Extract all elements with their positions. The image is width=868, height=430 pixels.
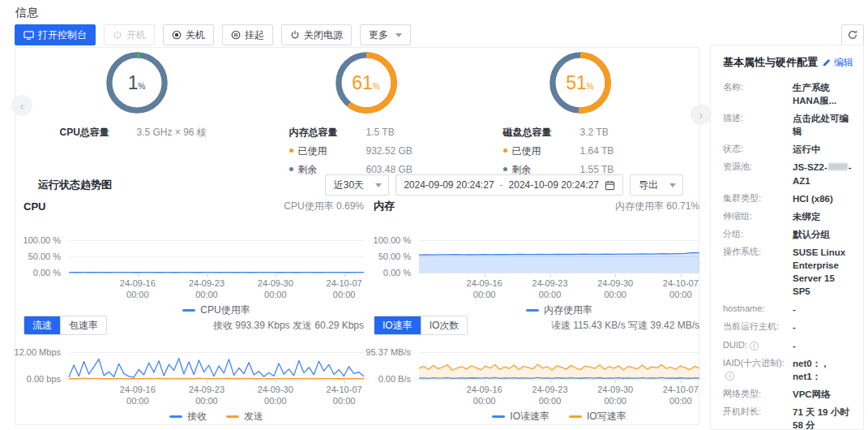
field-label: 伸缩组: bbox=[723, 210, 793, 223]
refresh-button[interactable] bbox=[841, 24, 864, 45]
io-chart-canvas bbox=[419, 352, 699, 379]
field-value: - bbox=[793, 320, 853, 333]
memory-chart-title: 内存 bbox=[374, 199, 395, 213]
cpu-chart-title: CPU bbox=[24, 200, 45, 213]
field-label: 网络类型: bbox=[723, 388, 793, 401]
disk-gauge-title-row: 磁盘总容量3.2 TB bbox=[503, 126, 657, 140]
x-axis-time: 00:00 bbox=[467, 395, 502, 406]
carousel-prev-button[interactable]: ‹ bbox=[11, 95, 32, 116]
disk-donut: 51% bbox=[549, 51, 612, 114]
y-axis-label: 0.00 % bbox=[383, 268, 411, 277]
field-label: hostname: bbox=[723, 303, 793, 316]
button-label: 挂起 bbox=[245, 28, 264, 42]
y-axis-label: 0.00 % bbox=[33, 268, 61, 277]
x-axis-label: 24-09-2300:00 bbox=[189, 384, 224, 407]
more-button[interactable]: 更多 bbox=[360, 24, 411, 45]
panel-field-row: DUID:i- bbox=[723, 339, 853, 352]
legend-dot-icon bbox=[503, 148, 507, 153]
date-end: 2024-10-09 20:24:27 bbox=[509, 179, 599, 191]
legend-item[interactable]: IO写速率 bbox=[569, 410, 626, 424]
caret-down-icon bbox=[669, 183, 676, 187]
panel-field-row: 网络类型:VPC网络 bbox=[723, 388, 853, 401]
field-label: 集群类型: bbox=[723, 192, 793, 205]
network-current-stats: 接收 993.39 Kbps 发送 60.29 Kbps bbox=[213, 319, 364, 333]
date-separator: - bbox=[500, 179, 503, 191]
date-range-input[interactable]: 2024-09-09 20:24:27 - 2024-10-09 20:24:2… bbox=[396, 174, 623, 196]
field-label: DUID:i bbox=[723, 339, 793, 352]
x-axis-date: 24-09-23 bbox=[189, 384, 224, 395]
field-value: JS-SZ2--AZ1 bbox=[793, 161, 853, 187]
edit-button[interactable]: 编辑 bbox=[822, 56, 853, 70]
field-value: 未绑定 bbox=[793, 210, 853, 223]
tab-packet-rate[interactable]: 包速率 bbox=[60, 316, 106, 334]
legend-dot-icon bbox=[289, 148, 293, 153]
y-axis-label: 95.37 MB/s bbox=[366, 347, 411, 357]
x-axis-label: 24-09-3000:00 bbox=[597, 384, 633, 407]
legend-dash-icon bbox=[182, 309, 195, 312]
x-axis-label: 24-09-2300:00 bbox=[532, 384, 568, 407]
range-select[interactable]: 近30天 bbox=[325, 174, 389, 196]
disk-gauge: 51%磁盘总容量3.2 TB已使用1.64 TB剩余1.55 TB bbox=[493, 51, 667, 182]
network-trend-chart: 流速 包速率 接收 993.39 Kbps 发送 60.29 Kbps 12.0… bbox=[24, 316, 364, 424]
power-on-button[interactable]: 开机 bbox=[104, 24, 155, 45]
cpu-gauge-title-row: CPU总容量3.5 GHz × 96 核 bbox=[60, 126, 214, 140]
caret-down-icon bbox=[375, 183, 382, 187]
legend-dash-icon bbox=[169, 415, 182, 418]
info-icon[interactable]: i bbox=[750, 342, 759, 350]
overview-card: ‹ › 1%CPU总容量3.5 GHz × 96 核61%内存总容量1.5 TB… bbox=[15, 47, 699, 425]
x-axis-label: 24-09-3000:00 bbox=[258, 277, 293, 301]
tab-io-rate[interactable]: IO速率 bbox=[374, 316, 421, 334]
network-chart-tabs: 流速 包速率 bbox=[24, 316, 107, 335]
x-axis-date: 24-09-23 bbox=[532, 277, 568, 289]
tab-traffic-rate[interactable]: 流速 bbox=[24, 316, 60, 334]
memory-donut: 61% bbox=[335, 51, 398, 114]
panel-field-row: 描述:点击此处可编辑 bbox=[723, 112, 853, 138]
x-axis-label: 24-10-0700:00 bbox=[663, 277, 699, 301]
shutdown-button[interactable]: 关机 bbox=[163, 24, 214, 45]
x-axis-label: 24-09-3000:00 bbox=[597, 277, 633, 301]
toolbar: 打开控制台 开机 关机 挂起 关闭电源 更多 bbox=[15, 24, 411, 45]
io-chart-tabs: IO速率 IO次数 bbox=[374, 316, 468, 335]
carousel-next-button[interactable]: › bbox=[691, 104, 712, 125]
tab-io-count[interactable]: IO次数 bbox=[421, 316, 468, 334]
panel-field-row: 操作系统:SUSE Linux Enterprise Server 15 SP5 bbox=[723, 246, 853, 298]
memory-gauge: 61%内存总容量1.5 TB已使用932.52 GB剩余603.48 GB bbox=[279, 51, 453, 182]
x-axis-date: 24-09-30 bbox=[258, 384, 293, 395]
net-chart-canvas bbox=[69, 352, 364, 379]
legend-dash-icon bbox=[526, 309, 539, 312]
export-select[interactable]: 导出 bbox=[630, 174, 683, 196]
x-axis-date: 24-09-23 bbox=[189, 277, 224, 289]
field-label: 状态: bbox=[723, 143, 793, 156]
legend-item[interactable]: 发送 bbox=[226, 410, 263, 424]
open-console-button[interactable]: 打开控制台 bbox=[15, 24, 96, 45]
field-label: 名称: bbox=[723, 81, 793, 107]
legend-item[interactable]: IO读速率 bbox=[492, 410, 549, 424]
memory-gauge-title: 内存总容量 bbox=[289, 126, 366, 140]
cpu-chart-canvas bbox=[69, 240, 364, 273]
field-value-prefix: JS-SZ2- bbox=[793, 162, 827, 172]
legend-dot-icon bbox=[289, 167, 293, 171]
x-axis-time: 00:00 bbox=[597, 395, 633, 406]
io-trend-chart: IO速率 IO次数 读速 115.43 KB/s 写速 39.42 MB/s 9… bbox=[374, 316, 699, 424]
legend-label: 发送 bbox=[244, 410, 263, 424]
gauge-legend-value: 1.64 TB bbox=[580, 145, 614, 157]
legend-item[interactable]: 接收 bbox=[169, 410, 207, 424]
x-axis-date: 24-09-30 bbox=[258, 277, 293, 289]
memory-gauge-title-row: 内存总容量1.5 TB bbox=[289, 126, 443, 140]
x-axis-date: 24-09-16 bbox=[467, 277, 502, 289]
cpu-current-usage: CPU使用率 0.69% bbox=[284, 200, 364, 213]
suspend-button[interactable]: 挂起 bbox=[222, 24, 273, 45]
panel-field-row: 状态:运行中 bbox=[723, 143, 853, 156]
legend-dash-icon bbox=[226, 415, 239, 418]
panel-field-row: 名称:生产系统HANA服... bbox=[723, 81, 853, 107]
x-axis-time: 00:00 bbox=[532, 289, 568, 300]
mem-chart-canvas bbox=[419, 240, 699, 273]
x-axis-time: 00:00 bbox=[258, 395, 293, 406]
info-icon[interactable]: i bbox=[725, 372, 734, 381]
memory-trend-chart: 内存 内存使用率 60.71% 100.00 %50.00 %0.00 % 24… bbox=[374, 199, 699, 317]
page-title: 信息 bbox=[15, 6, 38, 20]
field-value: 运行中 bbox=[793, 143, 853, 156]
power-off-button[interactable]: 关闭电源 bbox=[281, 24, 352, 45]
memory-gauge-value: 61% bbox=[335, 51, 398, 114]
x-axis-label: 24-09-1600:00 bbox=[120, 384, 156, 407]
